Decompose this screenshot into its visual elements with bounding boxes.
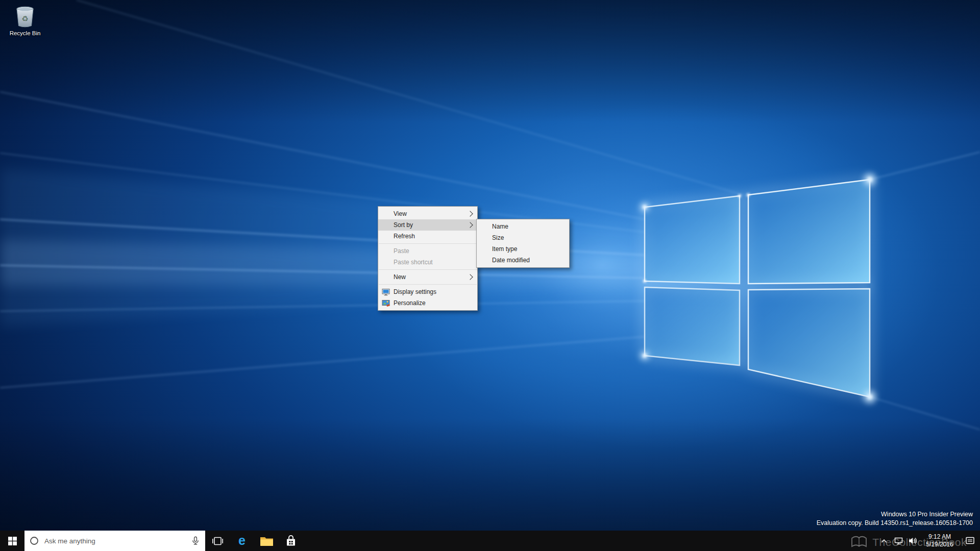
menu-item-refresh[interactable]: Refresh [378,231,477,242]
menu-item-new[interactable]: New [378,271,477,283]
search-input[interactable] [43,537,186,545]
chevron-right-icon [467,275,474,279]
menu-item-sort-by[interactable]: Sort by [378,219,477,231]
personalize-icon [378,299,394,307]
wallpaper-hero-image [0,0,980,551]
menu-item-personalize[interactable]: Personalize [378,297,477,309]
hidden-icons-button[interactable] [877,531,891,551]
network-icon [894,537,903,545]
menu-item-view[interactable]: View [378,208,477,219]
volume-tray-button[interactable] [905,531,920,551]
menu-item-paste[interactable]: Paste [378,245,477,257]
sort-by-submenu: Name Size Item type Date modified [476,219,570,268]
store-button[interactable] [279,531,303,551]
submenu-item-date-modified[interactable]: Date modified [477,255,569,266]
evaluation-copy-watermark: Windows 10 Pro Insider Preview Evaluatio… [817,510,973,528]
windows-logo-icon [8,537,17,545]
network-tray-button[interactable] [891,531,905,551]
desktop[interactable]: ♻ Recycle Bin View Sort by Refresh Paste [0,0,980,551]
chevron-right-icon [467,223,474,227]
svg-text:e: e [238,534,246,547]
store-icon [284,534,298,547]
system-tray: 9:12 AM 5/19/2016 [877,531,980,551]
desktop-icon-label: Recycle Bin [10,30,41,36]
taskbar-clock[interactable]: 9:12 AM 5/19/2016 [920,531,960,551]
desktop-icon-recycle-bin[interactable]: ♻ Recycle Bin [3,3,47,36]
chevron-right-icon [467,212,474,216]
chevron-up-icon [881,539,887,543]
action-center-icon [965,536,975,545]
submenu-item-size[interactable]: Size [477,232,569,243]
recycle-bin-icon: ♻ [13,3,37,29]
clock-date: 5/19/2016 [926,541,953,548]
winver-line2: Evaluation copy. Build 14350.rs1_release… [817,519,973,528]
menu-item-display-settings[interactable]: Display settings [378,286,477,297]
svg-text:♻: ♻ [21,14,29,23]
file-explorer-icon [260,536,274,546]
menu-separator [379,243,477,244]
menu-separator [379,269,477,270]
taskbar: e [0,531,980,551]
microphone-icon[interactable] [191,536,200,545]
file-explorer-button[interactable] [254,531,279,551]
volume-icon [909,537,917,544]
menu-item-paste-shortcut[interactable]: Paste shortcut [378,257,477,268]
task-view-button[interactable] [205,531,230,551]
cortana-icon [30,536,39,545]
edge-button[interactable]: e [230,531,254,551]
display-settings-icon [378,288,394,296]
winver-line1: Windows 10 Pro Insider Preview [817,510,973,519]
cortana-search-box[interactable] [24,531,205,551]
clock-time: 9:12 AM [928,533,951,541]
submenu-item-item-type[interactable]: Item type [477,243,569,255]
desktop-context-menu: View Sort by Refresh Paste Paste shortcu… [378,206,478,311]
edge-icon: e [235,534,249,548]
menu-separator [379,284,477,285]
start-button[interactable] [0,531,24,551]
action-center-button[interactable] [960,531,980,551]
task-view-icon [212,535,224,547]
submenu-item-name[interactable]: Name [477,221,569,232]
